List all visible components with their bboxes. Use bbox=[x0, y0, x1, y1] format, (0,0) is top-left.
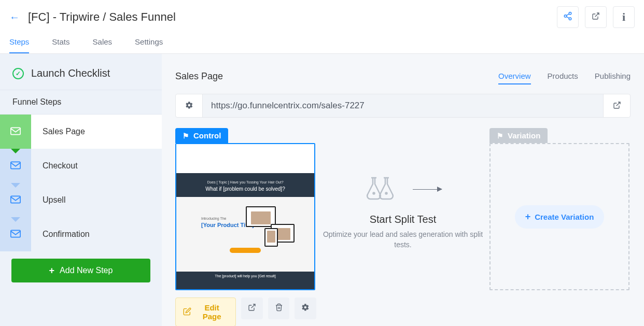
plus-icon: + bbox=[525, 211, 531, 222]
svg-point-12 bbox=[373, 193, 375, 194]
flag-icon: ⚑ bbox=[183, 132, 189, 140]
back-arrow[interactable]: ← bbox=[9, 11, 20, 23]
tab-steps[interactable]: Steps bbox=[9, 32, 29, 53]
mail-icon bbox=[10, 195, 21, 205]
plus-icon: + bbox=[49, 265, 55, 276]
delete-page-button[interactable] bbox=[268, 297, 290, 319]
page-thumbnail: Does [ Topic ] Have you Tossing Your Hai… bbox=[176, 144, 314, 289]
svg-rect-9 bbox=[11, 230, 20, 237]
svg-line-3 bbox=[566, 17, 569, 18]
control-page-card[interactable]: Does [ Topic ] Have you Tossing Your Hai… bbox=[175, 143, 315, 290]
url-bar: https://go.funnelcentrix.com/sales-7227 bbox=[175, 94, 631, 118]
split-test-subtitle: Optimize your lead and sales generation … bbox=[316, 230, 489, 250]
open-page-button[interactable] bbox=[241, 297, 263, 319]
external-link-icon bbox=[613, 101, 621, 111]
gear-icon bbox=[301, 303, 310, 314]
share-icon bbox=[563, 11, 572, 23]
svg-point-1 bbox=[564, 15, 567, 17]
tab-stats[interactable]: Stats bbox=[52, 32, 69, 53]
check-circle-icon: ✓ bbox=[12, 68, 24, 79]
funnel-step-checkout[interactable]: Checkout bbox=[0, 149, 162, 183]
share-button[interactable] bbox=[557, 6, 579, 28]
funnel-step-upsell[interactable]: Upsell bbox=[0, 183, 162, 217]
svg-rect-7 bbox=[11, 162, 20, 168]
control-column: ⚑Control Does [ Topic ] Have you Tossing… bbox=[175, 128, 316, 326]
page-settings-button[interactable] bbox=[295, 297, 316, 319]
tab-settings[interactable]: Settings bbox=[135, 32, 163, 53]
funnel-steps-list: Sales Page Checkout Upsell Confirmation bbox=[0, 114, 162, 251]
gear-icon bbox=[185, 101, 193, 111]
subtab-products[interactable]: Products bbox=[548, 68, 578, 84]
variation-column: ⚑Variation +Create Variation bbox=[489, 128, 631, 290]
svg-line-11 bbox=[251, 304, 255, 308]
mail-icon bbox=[10, 230, 21, 239]
svg-rect-8 bbox=[11, 196, 20, 203]
svg-point-2 bbox=[569, 18, 571, 20]
funnel-steps-header: Funnel Steps bbox=[0, 90, 162, 114]
main-panel: Sales Page Overview Products Publishing … bbox=[162, 54, 644, 326]
funnel-step-sales-page[interactable]: Sales Page bbox=[0, 115, 162, 149]
tab-sales[interactable]: Sales bbox=[93, 32, 113, 53]
add-new-step-button[interactable]: +Add New Step bbox=[11, 259, 150, 282]
subtab-overview[interactable]: Overview bbox=[498, 68, 531, 84]
svg-line-10 bbox=[616, 102, 620, 106]
url-open-button[interactable] bbox=[603, 94, 630, 117]
launch-checklist[interactable]: ✓ Launch Checklist bbox=[0, 65, 162, 90]
open-external-button[interactable] bbox=[585, 6, 607, 28]
external-link-icon bbox=[248, 303, 256, 314]
svg-line-5 bbox=[595, 13, 599, 17]
subtab-publishing[interactable]: Publishing bbox=[595, 68, 631, 84]
flasks-icon bbox=[364, 175, 397, 204]
url-settings-button[interactable] bbox=[176, 94, 203, 117]
external-link-icon bbox=[592, 12, 600, 23]
nav-tabs: Steps Stats Sales Settings bbox=[0, 32, 644, 54]
info-icon: i bbox=[622, 10, 625, 24]
main-title: Sales Page bbox=[175, 71, 223, 82]
arrow-icon bbox=[413, 189, 442, 190]
flag-icon: ⚑ bbox=[497, 132, 503, 140]
edit-page-button[interactable]: Edit Page bbox=[175, 297, 236, 326]
info-button[interactable]: i bbox=[613, 6, 635, 28]
svg-point-0 bbox=[569, 12, 571, 15]
variation-tag: ⚑Variation bbox=[489, 128, 548, 143]
svg-line-4 bbox=[566, 13, 569, 15]
launch-checklist-label: Launch Checklist bbox=[31, 67, 110, 79]
mail-icon bbox=[10, 127, 21, 137]
url-display[interactable]: https://go.funnelcentrix.com/sales-7227 bbox=[203, 94, 603, 117]
svg-point-13 bbox=[386, 193, 387, 194]
page-title: [FC] - Tripwire / Sales Funnel bbox=[28, 10, 176, 24]
svg-rect-6 bbox=[11, 127, 20, 134]
sidebar: ✓ Launch Checklist Funnel Steps Sales Pa… bbox=[0, 54, 162, 326]
trash-icon bbox=[275, 303, 283, 314]
top-bar: ← [FC] - Tripwire / Sales Funnel i bbox=[0, 0, 644, 32]
sub-tabs: Overview Products Publishing bbox=[498, 68, 631, 84]
split-test-info: Start Split Test Optimize your lead and … bbox=[316, 128, 489, 250]
split-test-title: Start Split Test bbox=[370, 214, 437, 225]
variation-card: +Create Variation bbox=[489, 143, 629, 290]
funnel-step-confirmation[interactable]: Confirmation bbox=[0, 217, 162, 251]
create-variation-button[interactable]: +Create Variation bbox=[515, 205, 605, 229]
edit-icon bbox=[183, 307, 191, 317]
control-tag: ⚑Control bbox=[175, 128, 228, 143]
mail-icon bbox=[10, 161, 21, 171]
